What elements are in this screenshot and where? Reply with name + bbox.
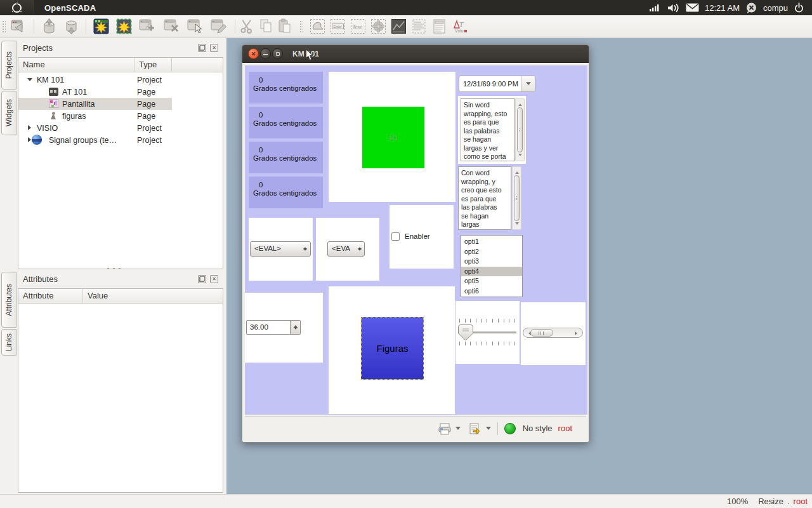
combo-panel-1: <EVAL> — [249, 218, 313, 281]
add-widget-icon[interactable] — [138, 18, 155, 35]
tree-row-visio[interactable]: VISIO Project — [18, 122, 172, 134]
vertical-scrollbar[interactable] — [515, 98, 525, 161]
tab-attributes[interactable]: Attributes — [1, 272, 16, 328]
tree-row-at101[interactable]: AT 101 Page — [18, 86, 172, 98]
diagram-widget-icon[interactable] — [390, 18, 407, 35]
media-widget-icon[interactable] — [370, 18, 387, 35]
toolbar-handle[interactable] — [299, 20, 303, 34]
style-label: No style — [523, 424, 553, 433]
km101-titlebar[interactable]: KM 101 — [242, 45, 589, 63]
delete-widget-icon[interactable] — [163, 18, 180, 35]
spin-value[interactable]: 36.00 — [246, 320, 291, 335]
tab-projects[interactable]: Projects — [1, 41, 16, 90]
tree-row-km101[interactable]: KM 101 Project — [18, 74, 172, 86]
power-icon[interactable] — [794, 3, 804, 13]
new-project-icon[interactable] — [93, 18, 110, 35]
dock-close-button[interactable]: ✕ — [210, 44, 218, 52]
dot-separator: . — [787, 497, 790, 506]
dropdown-button[interactable] — [521, 76, 535, 91]
list-item[interactable]: opti2 — [461, 247, 522, 257]
tab-links[interactable]: Links — [1, 329, 16, 356]
window-user-label: root — [558, 424, 572, 433]
tree-row-pantallita[interactable]: Pantallita Page — [18, 98, 172, 110]
print-dropdown[interactable] — [455, 427, 461, 432]
thermo-label-1: 0Grados centigrados — [249, 72, 323, 104]
expander-icon[interactable] — [28, 125, 31, 130]
column-header-attribute[interactable]: Attribute — [18, 289, 83, 303]
session-indicator-icon[interactable] — [745, 3, 757, 13]
window-minimize-button[interactable] — [260, 48, 271, 59]
km101-window: KM 101 0Grados centigrados 0Grados centi… — [242, 44, 589, 443]
protocol-widget-icon[interactable] — [410, 18, 428, 35]
new-library-icon[interactable] — [115, 18, 133, 35]
slider-ticks-bottom — [459, 342, 515, 345]
datetime-combo[interactable]: 12/31/69 9:00 PM — [459, 76, 535, 92]
db-save-icon[interactable] — [63, 18, 80, 35]
tab-widgets[interactable]: Widgets — [1, 91, 16, 135]
edit-icon[interactable] — [210, 18, 227, 35]
text-area-wrap[interactable]: Con word wrapping, y creo que esto es pa… — [458, 166, 511, 230]
text-nowrap-panel: Sin word wrapping, esto es para que las … — [458, 96, 526, 164]
svg-text:T: T — [459, 20, 464, 28]
export-icon[interactable] — [468, 422, 482, 435]
session-user[interactable]: compu — [763, 3, 788, 13]
document-widget-icon[interactable] — [431, 18, 448, 35]
spin-buttons[interactable] — [291, 320, 301, 335]
app-user-label: root — [794, 497, 808, 506]
vertical-scrollbar[interactable] — [512, 166, 521, 230]
enabler-checkbox[interactable] — [391, 232, 400, 241]
expander-icon[interactable] — [27, 78, 32, 81]
window-maximize-button[interactable] — [272, 48, 283, 59]
expander-icon[interactable] — [28, 137, 31, 142]
list-item[interactable]: opti3 — [461, 257, 522, 267]
spin-panel: 36.00 — [245, 293, 323, 363]
eval-combo-1[interactable]: <EVAL> — [250, 241, 311, 257]
print-icon[interactable] — [438, 422, 452, 435]
paste-icon[interactable] — [277, 18, 294, 35]
slider-ticks-top — [459, 319, 515, 323]
shape-widget-icon[interactable] — [309, 18, 326, 35]
ubuntu-circle-icon — [12, 3, 22, 13]
figuras-button[interactable]: Figuras — [361, 317, 424, 380]
mail-icon[interactable] — [686, 3, 699, 12]
dock-close-button[interactable]: ✕ — [210, 275, 218, 283]
list-item[interactable]: opti1 — [461, 237, 522, 247]
enabler-label: Enabler — [405, 232, 430, 240]
horizontal-scrollbar[interactable] — [523, 328, 583, 338]
clock[interactable]: 12:21 AM — [705, 3, 740, 13]
list-item-selected[interactable]: opti4 — [461, 267, 522, 277]
text-widget-icon[interactable]: Text — [350, 18, 367, 35]
options-list[interactable]: opti1 opti2 opti3 opti4 opti5 opti6 — [461, 235, 523, 297]
list-item[interactable]: opti5 — [461, 276, 522, 286]
eval-combo-2[interactable]: <EVA — [327, 241, 365, 257]
enter-widget-icon[interactable]: Enter — [329, 18, 346, 35]
db-load-icon[interactable] — [41, 18, 58, 35]
properties-icon[interactable] — [187, 18, 204, 35]
zoom-level: 100% — [727, 497, 748, 506]
figuras-panel: Figuras — [329, 286, 455, 414]
tree-row-signal-groups[interactable]: Signal groups (te… Project — [18, 134, 172, 146]
function-widget-icon[interactable]: TValue — [451, 18, 468, 35]
column-header-value[interactable]: Value — [83, 289, 159, 303]
h1-indicator[interactable]: H1 — [362, 107, 424, 168]
column-header-type[interactable]: Type — [134, 58, 172, 72]
dock-float-button[interactable] — [198, 275, 206, 283]
slider-handle[interactable] — [457, 324, 474, 342]
window-close-button[interactable] — [248, 48, 259, 59]
tree-row-figuras[interactable]: figuras Page — [18, 110, 172, 122]
cut-icon[interactable] — [239, 18, 256, 35]
text-area-nowrap[interactable]: Sin word wrapping, esto es para que las … — [461, 98, 515, 161]
volume-icon[interactable] — [667, 3, 680, 13]
dock-float-button[interactable] — [198, 44, 206, 52]
toolbar-handle[interactable] — [1, 20, 6, 34]
network-signal-icon[interactable] — [650, 3, 662, 12]
list-item[interactable]: opti6 — [461, 286, 522, 297]
column-header-name[interactable]: Name — [18, 58, 134, 72]
thermo-label-2: 0Grados centigrados — [249, 107, 323, 138]
desktop-top-panel: OpenSCADA 12:21 AM compu — [0, 0, 812, 15]
copy-icon[interactable] — [258, 18, 275, 35]
app-window-icon[interactable] — [10, 18, 27, 35]
ubuntu-logo[interactable] — [0, 0, 34, 15]
export-dropdown[interactable] — [486, 427, 491, 432]
number-spinbox[interactable]: 36.00 — [246, 320, 301, 335]
